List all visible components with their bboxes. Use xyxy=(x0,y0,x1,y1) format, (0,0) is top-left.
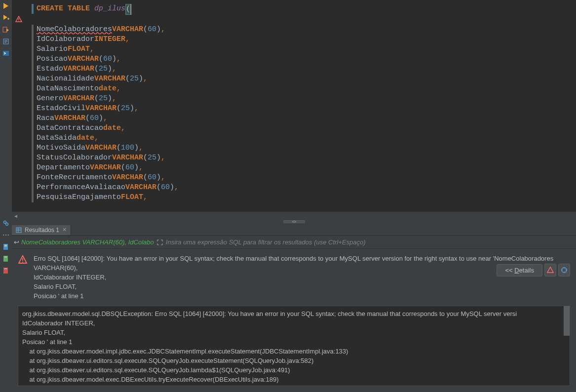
svg-rect-0 xyxy=(3,27,7,32)
back-arrow-icon[interactable]: ↩ xyxy=(14,238,19,246)
stacktrace-text[interactable]: org.jkiss.dbeaver.model.sql.DBSQLExcepti… xyxy=(18,306,570,386)
filter-input[interactable]: Insira uma expressão SQL para filtrar os… xyxy=(166,238,574,246)
doc-red-icon[interactable] xyxy=(1,266,11,275)
script-run-icon[interactable] xyxy=(1,25,11,35)
link-icon[interactable] xyxy=(1,218,11,228)
target-button[interactable] xyxy=(558,264,570,276)
console-icon[interactable] xyxy=(1,48,11,58)
svg-rect-9 xyxy=(3,244,8,250)
error-actions: << Details xyxy=(497,264,570,276)
svg-rect-18 xyxy=(16,228,21,233)
divider-handle-icon[interactable] xyxy=(283,220,305,223)
svg-rect-11 xyxy=(4,246,7,246)
code-line[interactable]: Genero VARCHAR(25), xyxy=(18,94,576,104)
code-line[interactable]: MotivoSaida VARCHAR(100), xyxy=(18,143,576,153)
svg-point-17 xyxy=(18,20,19,21)
svg-line-8 xyxy=(6,223,6,224)
code-line[interactable]: EstadoCivil VARCHAR(25), xyxy=(18,104,576,114)
scroll-left-icon[interactable]: ◄ xyxy=(12,212,20,219)
code-line[interactable]: Estado VARCHAR(25), xyxy=(18,64,576,74)
editor-content[interactable]: CREATE TABLE dp_ilus( NomeColaboradores … xyxy=(12,0,576,219)
code-line[interactable]: Departamento VARCHAR(60), xyxy=(18,163,576,173)
code-line[interactable]: PerformanceAvaliacao VARCHAR(60), xyxy=(18,183,576,193)
svg-rect-10 xyxy=(4,245,7,245)
doc-green-icon[interactable] xyxy=(1,254,11,264)
left-toolbar: ⋯ xyxy=(0,0,12,392)
more-icon[interactable]: ⋯ xyxy=(1,230,11,240)
results-panel: Resultados 1 ✕ ↩ NomeColaboradores VARCH… xyxy=(12,224,576,392)
error-nav-button[interactable] xyxy=(544,264,556,276)
results-header: ↩ NomeColaboradores VARCHAR(60), IdColab… xyxy=(12,236,576,249)
grid-icon xyxy=(16,227,22,233)
query-preview: NomeColaboradores VARCHAR(60), IdColabo xyxy=(21,238,154,246)
svg-rect-15 xyxy=(4,269,7,269)
code-line[interactable]: DataContratacao date, xyxy=(18,123,576,133)
run-plus-icon[interactable] xyxy=(1,13,11,23)
code-line[interactable]: PesquisaEngajamento FLOAT, xyxy=(18,193,576,202)
close-icon[interactable]: ✕ xyxy=(62,227,67,233)
panel-divider[interactable] xyxy=(12,219,576,224)
doc-blue-icon[interactable] xyxy=(1,242,11,252)
code-line[interactable]: Salario FLOAT, xyxy=(18,44,576,54)
code-line[interactable]: Nacionalidade VARCHAR(25), xyxy=(18,74,576,84)
code-line[interactable]: Raca VARCHAR(60), xyxy=(18,114,576,123)
code-line[interactable]: IdColaborador INTEGER, xyxy=(18,35,576,44)
error-triangle-icon xyxy=(18,255,28,265)
results-tab[interactable]: Resultados 1 ✕ xyxy=(12,225,71,235)
svg-rect-12 xyxy=(3,256,8,262)
code-line[interactable]: DataSaida date, xyxy=(18,133,576,143)
svg-point-23 xyxy=(22,262,23,263)
error-display: Erro SQL [1064] [42000]: You have an err… xyxy=(12,249,576,306)
main-area: CREATE TABLE dp_ilus( NomeColaboradores … xyxy=(12,0,576,392)
code-line[interactable] xyxy=(18,15,576,25)
code-line[interactable]: CREATE TABLE dp_ilus( xyxy=(18,4,576,15)
tab-label: Resultados 1 xyxy=(25,227,59,234)
results-tabs: Resultados 1 ✕ xyxy=(12,224,576,236)
error-message: Erro SQL [1064] [42000]: You have an err… xyxy=(34,254,570,301)
code-line[interactable]: Posicao VARCHAR(60), xyxy=(18,54,576,64)
run-icon[interactable] xyxy=(1,1,11,11)
code-line[interactable]: FonteRecrutamento VARCHAR(60), xyxy=(18,173,576,183)
horizontal-scrollbar[interactable]: ◄ xyxy=(12,211,576,219)
stacktrace-scrollbar[interactable] xyxy=(564,306,570,336)
code-line[interactable]: DataNascimento date, xyxy=(18,84,576,94)
svg-rect-13 xyxy=(4,257,7,257)
details-button[interactable]: << Details xyxy=(497,264,542,276)
sql-editor[interactable]: CREATE TABLE dp_ilus( NomeColaboradores … xyxy=(12,0,576,219)
code-line[interactable]: NomeColaboradores VARCHAR(60), xyxy=(18,25,576,35)
svg-rect-14 xyxy=(3,268,8,274)
expand-icon[interactable] xyxy=(156,238,164,246)
warning-icon xyxy=(15,16,22,23)
script-icon[interactable] xyxy=(1,37,11,46)
code-line[interactable]: StatusColaborador VARCHAR(25), xyxy=(18,153,576,163)
